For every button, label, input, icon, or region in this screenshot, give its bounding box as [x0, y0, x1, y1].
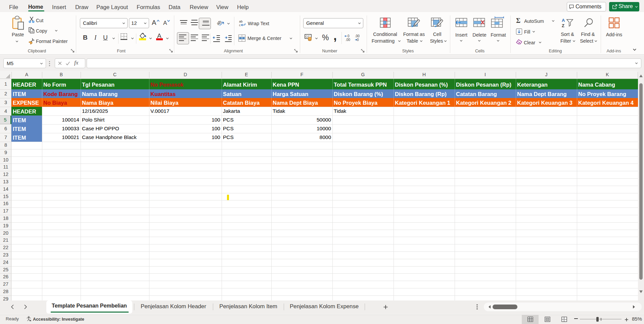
svg-text:A: A [562, 18, 565, 23]
svg-text:0: 0 [348, 34, 350, 38]
svg-text:Z: Z [562, 23, 564, 28]
svg-text:.00: .00 [355, 34, 360, 38]
svg-text:.00: .00 [346, 38, 350, 42]
svg-text:c: c [239, 23, 241, 27]
svg-text:ab: ab [239, 19, 243, 23]
